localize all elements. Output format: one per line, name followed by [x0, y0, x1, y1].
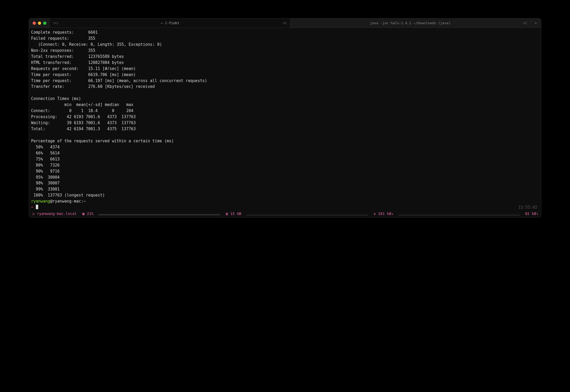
line: Non-2xx responses: 355: [31, 48, 95, 53]
cpu-icon: ▣: [82, 212, 85, 216]
status-mem: ▥ 15 GB: [225, 212, 241, 216]
mem-graph: [246, 212, 368, 215]
memory-icon: ▥: [225, 212, 229, 216]
prompt-path: ~: [83, 199, 86, 204]
line: Time per request: 6619.706 [ms] (mean): [31, 72, 136, 77]
line: Transfer rate: 276.60 [Kbytes/sec] recei…: [31, 84, 155, 89]
titlebar: ⌥⌘1 ~ (-fish) ⌘1 java -jar halo-1.4.1 ~/…: [29, 18, 541, 28]
line: Waiting: 39 6193 7001.6 4373 137763: [31, 120, 136, 125]
line: 80% 7326: [31, 163, 60, 168]
line: 75% 6613: [31, 157, 60, 162]
minimize-icon[interactable]: [38, 22, 41, 25]
status-host: ⌂ ryanwang-mac.local: [32, 212, 77, 216]
status-net-up: 82 kB↑: [525, 212, 538, 216]
network-icon: ⇵: [373, 212, 376, 216]
tab-shortcut: ⌘1: [283, 21, 287, 25]
close-icon[interactable]: [33, 22, 36, 25]
line: Connect: 0 1 10.4 0 204: [31, 108, 133, 113]
terminal-output[interactable]: Complete requests: 6601 Failed requests:…: [29, 28, 541, 210]
line: Failed requests: 355: [31, 36, 95, 41]
tab-java[interactable]: java -jar halo-1.4.1 ~/Downloads (java) …: [290, 18, 530, 28]
tab-title: java -jar halo-1.4.1 ~/Downloads (java): [370, 21, 450, 25]
cursor-icon: [36, 205, 38, 209]
cpu-graph: [98, 212, 220, 215]
prompt-host: ryanwang-mac: [52, 199, 81, 204]
prompt-user: ryanwang: [31, 199, 50, 204]
line: 98% 30007: [31, 181, 60, 185]
line: min mean[+/-sd] median max: [31, 102, 133, 107]
status-mem-value: 15 GB: [230, 212, 241, 216]
tab-fish[interactable]: ⌥⌘1 ~ (-fish) ⌘1: [50, 18, 290, 28]
status-net: ⇵ 161 kB↓: [373, 212, 394, 216]
tab-left-shortcut: ⌥⌘1: [53, 21, 58, 25]
prompt-arrow-icon: ➤: [31, 205, 33, 210]
line: Processing: 42 6193 7001.6 4373 137763: [31, 114, 136, 119]
line: 99% 33001: [31, 187, 60, 192]
line: Complete requests: 6601: [31, 30, 98, 35]
prompt-at: @: [50, 199, 52, 204]
line: HTML transferred: 120827084 bytes: [31, 60, 124, 65]
status-net-down: 161 kB↓: [378, 212, 394, 216]
line: 66% 5614: [31, 151, 60, 155]
line: 100% 137763 (longest request): [31, 193, 105, 198]
line: Requests per second: 15.11 [#/sec] (mean…: [31, 66, 136, 71]
window-controls: [29, 18, 50, 28]
status-cpu: ▣ 21%: [82, 212, 94, 216]
status-cpu-value: 21%: [87, 212, 94, 216]
line: (Connect: 0, Receive: 0, Length: 355, Ex…: [31, 42, 162, 47]
terminal-window: ⌥⌘1 ~ (-fish) ⌘1 java -jar halo-1.4.1 ~/…: [29, 18, 541, 217]
line: 95% 30004: [31, 175, 60, 180]
line: 50% 4374: [31, 145, 60, 149]
line: Percentage of the requests served within…: [31, 139, 174, 143]
line: Connection Times (ms): [31, 96, 81, 101]
prompt-colon: :: [81, 199, 83, 204]
status-net-up-value: 82 kB↑: [525, 212, 538, 216]
status-host-label: ryanwang-mac.local: [37, 212, 77, 216]
tab-shortcut: ⌘2: [523, 21, 527, 25]
host-icon: ⌂: [32, 212, 35, 216]
line: 90% 9716: [31, 169, 60, 174]
clock: 15:55:02: [518, 204, 539, 210]
tab-title: ~ (-fish): [161, 21, 179, 25]
net-graph: [398, 212, 520, 215]
line: Total: 42 6194 7001.3 4375 137763: [31, 127, 136, 131]
line: Time per request: 66.197 [ms] (mean, acr…: [31, 78, 207, 83]
status-bar: ⌂ ryanwang-mac.local ▣ 21% ▥ 15 GB ⇵ 161…: [29, 210, 541, 217]
zoom-icon[interactable]: [43, 22, 46, 25]
line: Total transferred: 123765589 bytes: [31, 54, 124, 59]
new-tab-button[interactable]: +: [530, 18, 541, 28]
